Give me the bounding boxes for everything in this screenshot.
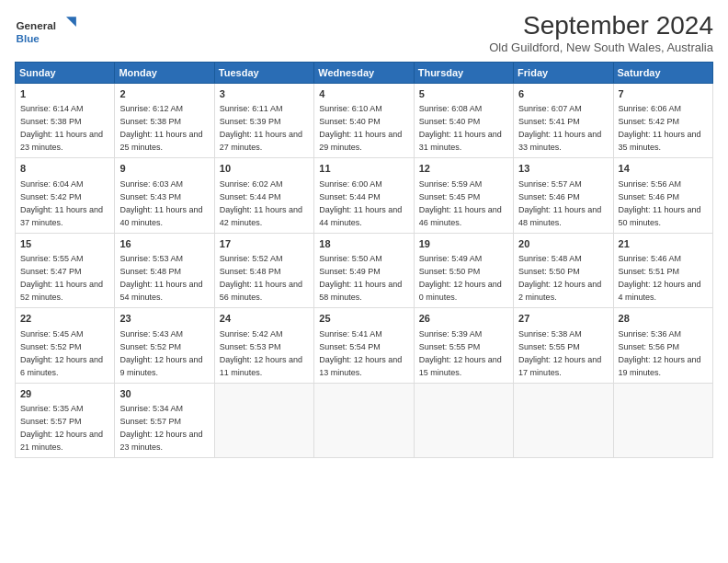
month-title: September 2024: [489, 11, 713, 40]
table-row: 21 Sunrise: 5:46 AMSunset: 5:51 PMDaylig…: [613, 233, 712, 307]
day-info: Sunrise: 6:03 AMSunset: 5:43 PMDaylight:…: [119, 179, 202, 227]
col-wednesday: Wednesday: [314, 63, 414, 84]
location-title: Old Guildford, New South Wales, Australi…: [489, 40, 713, 54]
table-row: 4 Sunrise: 6:10 AMSunset: 5:40 PMDayligh…: [314, 84, 414, 158]
day-number: 12: [419, 162, 508, 176]
day-number: 10: [220, 162, 309, 176]
day-number: 19: [419, 237, 508, 251]
table-row: [514, 383, 613, 457]
day-info: Sunrise: 5:38 AMSunset: 5:55 PMDaylight:…: [518, 329, 601, 377]
day-info: Sunrise: 5:59 AMSunset: 5:45 PMDaylight:…: [419, 179, 502, 227]
table-row: 10 Sunrise: 6:02 AMSunset: 5:44 PMDaylig…: [214, 158, 313, 233]
day-info: Sunrise: 6:07 AMSunset: 5:41 PMDaylight:…: [518, 104, 601, 152]
day-info: Sunrise: 5:53 AMSunset: 5:48 PMDaylight:…: [119, 254, 202, 302]
col-sunday: Sunday: [16, 63, 115, 84]
day-info: Sunrise: 5:46 AMSunset: 5:51 PMDaylight:…: [619, 254, 701, 302]
logo-image: General Blue: [15, 11, 79, 52]
day-info: Sunrise: 5:52 AMSunset: 5:48 PMDaylight:…: [220, 254, 302, 302]
day-number: 22: [20, 312, 109, 326]
table-row: 27 Sunrise: 5:38 AMSunset: 5:55 PMDaylig…: [514, 308, 613, 383]
day-info: Sunrise: 5:39 AMSunset: 5:55 PMDaylight:…: [419, 329, 502, 377]
table-row: [414, 383, 513, 457]
header: General Blue September 2024 Old Guildfor…: [15, 11, 713, 54]
day-info: Sunrise: 6:11 AMSunset: 5:39 PMDaylight:…: [220, 104, 302, 152]
table-row: 22 Sunrise: 5:45 AMSunset: 5:52 PMDaylig…: [16, 308, 115, 383]
day-info: Sunrise: 5:56 AMSunset: 5:46 PMDaylight:…: [619, 179, 701, 227]
table-row: 16 Sunrise: 5:53 AMSunset: 5:48 PMDaylig…: [115, 233, 214, 307]
table-row: 12 Sunrise: 5:59 AMSunset: 5:45 PMDaylig…: [414, 158, 513, 233]
day-info: Sunrise: 6:12 AMSunset: 5:38 PMDaylight:…: [119, 104, 202, 152]
day-number: 17: [220, 237, 309, 251]
day-info: Sunrise: 5:34 AMSunset: 5:57 PMDaylight:…: [119, 404, 202, 452]
day-info: Sunrise: 6:14 AMSunset: 5:38 PMDaylight:…: [20, 104, 103, 152]
day-number: 28: [619, 312, 708, 326]
day-info: Sunrise: 5:42 AMSunset: 5:53 PMDaylight:…: [220, 329, 302, 377]
week-row: 22 Sunrise: 5:45 AMSunset: 5:52 PMDaylig…: [16, 308, 713, 383]
day-number: 5: [419, 87, 508, 101]
logo: General Blue: [15, 11, 79, 52]
table-row: 20 Sunrise: 5:48 AMSunset: 5:50 PMDaylig…: [514, 233, 613, 307]
day-number: 14: [619, 162, 708, 176]
svg-marker-1: [66, 17, 76, 27]
day-number: 24: [220, 312, 309, 326]
header-row: Sunday Monday Tuesday Wednesday Thursday…: [16, 63, 713, 84]
day-number: 8: [20, 162, 109, 176]
day-info: Sunrise: 5:49 AMSunset: 5:50 PMDaylight:…: [419, 254, 502, 302]
day-number: 20: [518, 237, 608, 251]
col-tuesday: Tuesday: [214, 63, 313, 84]
table-row: 8 Sunrise: 6:04 AMSunset: 5:42 PMDayligh…: [16, 158, 115, 233]
day-info: Sunrise: 5:50 AMSunset: 5:49 PMDaylight:…: [319, 254, 402, 302]
day-info: Sunrise: 6:06 AMSunset: 5:42 PMDaylight:…: [619, 104, 701, 152]
day-info: Sunrise: 6:04 AMSunset: 5:42 PMDaylight:…: [20, 179, 103, 227]
day-number: 21: [619, 237, 708, 251]
day-number: 6: [518, 87, 608, 101]
table-row: 2 Sunrise: 6:12 AMSunset: 5:38 PMDayligh…: [115, 84, 214, 158]
table-row: 24 Sunrise: 5:42 AMSunset: 5:53 PMDaylig…: [214, 308, 313, 383]
table-row: 13 Sunrise: 5:57 AMSunset: 5:46 PMDaylig…: [514, 158, 613, 233]
day-number: 26: [419, 312, 508, 326]
day-number: 2: [119, 87, 209, 101]
calendar-header: Sunday Monday Tuesday Wednesday Thursday…: [16, 63, 713, 84]
day-info: Sunrise: 5:41 AMSunset: 5:54 PMDaylight:…: [319, 329, 402, 377]
table-row: 28 Sunrise: 5:36 AMSunset: 5:56 PMDaylig…: [613, 308, 712, 383]
table-row: 7 Sunrise: 6:06 AMSunset: 5:42 PMDayligh…: [613, 84, 712, 158]
day-number: 9: [119, 162, 209, 176]
day-number: 3: [220, 87, 309, 101]
day-info: Sunrise: 5:48 AMSunset: 5:50 PMDaylight:…: [518, 254, 601, 302]
table-row: 17 Sunrise: 5:52 AMSunset: 5:48 PMDaylig…: [214, 233, 313, 307]
col-friday: Friday: [514, 63, 613, 84]
table-row: 3 Sunrise: 6:11 AMSunset: 5:39 PMDayligh…: [214, 84, 313, 158]
day-info: Sunrise: 6:02 AMSunset: 5:44 PMDaylight:…: [220, 179, 302, 227]
table-row: 5 Sunrise: 6:08 AMSunset: 5:40 PMDayligh…: [414, 84, 513, 158]
day-info: Sunrise: 5:55 AMSunset: 5:47 PMDaylight:…: [20, 254, 103, 302]
table-row: 15 Sunrise: 5:55 AMSunset: 5:47 PMDaylig…: [16, 233, 115, 307]
day-info: Sunrise: 5:36 AMSunset: 5:56 PMDaylight:…: [619, 329, 701, 377]
week-row: 8 Sunrise: 6:04 AMSunset: 5:42 PMDayligh…: [16, 158, 713, 233]
day-number: 27: [518, 312, 608, 326]
table-row: 9 Sunrise: 6:03 AMSunset: 5:43 PMDayligh…: [115, 158, 214, 233]
day-info: Sunrise: 5:35 AMSunset: 5:57 PMDaylight:…: [20, 404, 103, 452]
table-row: 26 Sunrise: 5:39 AMSunset: 5:55 PMDaylig…: [414, 308, 513, 383]
calendar-body: 1 Sunrise: 6:14 AMSunset: 5:38 PMDayligh…: [16, 84, 713, 458]
col-monday: Monday: [115, 63, 214, 84]
day-number: 16: [119, 237, 209, 251]
table-row: 25 Sunrise: 5:41 AMSunset: 5:54 PMDaylig…: [314, 308, 414, 383]
svg-text:General: General: [17, 19, 56, 31]
week-row: 29 Sunrise: 5:35 AMSunset: 5:57 PMDaylig…: [16, 383, 713, 457]
table-row: [314, 383, 414, 457]
table-row: [613, 383, 712, 457]
page: General Blue September 2024 Old Guildfor…: [0, 0, 728, 563]
table-row: 6 Sunrise: 6:07 AMSunset: 5:41 PMDayligh…: [514, 84, 613, 158]
table-row: [214, 383, 313, 457]
day-number: 25: [319, 312, 408, 326]
day-info: Sunrise: 5:43 AMSunset: 5:52 PMDaylight:…: [119, 329, 202, 377]
calendar-table: Sunday Monday Tuesday Wednesday Thursday…: [15, 62, 713, 458]
svg-text:Blue: Blue: [17, 32, 40, 44]
day-number: 11: [319, 162, 408, 176]
week-row: 15 Sunrise: 5:55 AMSunset: 5:47 PMDaylig…: [16, 233, 713, 307]
table-row: 1 Sunrise: 6:14 AMSunset: 5:38 PMDayligh…: [16, 84, 115, 158]
day-number: 30: [119, 387, 209, 401]
table-row: 23 Sunrise: 5:43 AMSunset: 5:52 PMDaylig…: [115, 308, 214, 383]
title-section: September 2024 Old Guildford, New South …: [489, 11, 713, 54]
day-info: Sunrise: 6:08 AMSunset: 5:40 PMDaylight:…: [419, 104, 502, 152]
